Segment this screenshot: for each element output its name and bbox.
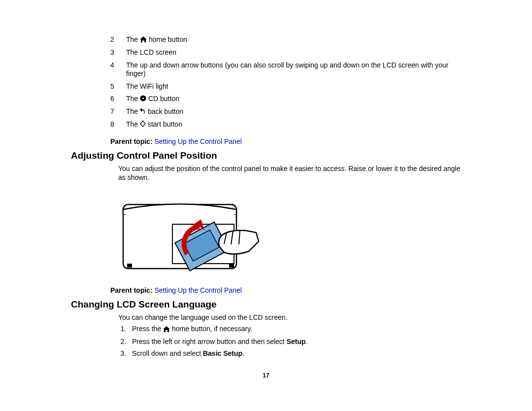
legend-description: The WiFi light: [126, 82, 461, 91]
legend-text: The: [126, 95, 140, 103]
step-item: Press the left or right arrow button and…: [128, 338, 461, 345]
home-icon: [140, 36, 147, 45]
printer-illustration: [118, 190, 261, 278]
step-text: Press the: [132, 325, 163, 333]
legend-row: 3 The LCD screen: [110, 48, 461, 57]
section-heading-adjusting: Adjusting Control Panel Position: [71, 150, 461, 161]
page-number: 17: [71, 372, 461, 379]
legend-text: back button: [146, 107, 183, 115]
step-text: home button, if necessary.: [170, 325, 252, 333]
back-icon: [140, 108, 146, 117]
legend-text: The: [126, 35, 140, 43]
legend-row: 8 The start button: [110, 120, 461, 130]
legend-row: 5 The WiFi light: [110, 82, 461, 91]
legend-number: 8: [110, 120, 126, 130]
legend-text: The up and down arrow buttons (you can a…: [126, 61, 448, 78]
legend-text: The LCD screen: [126, 48, 176, 56]
section-heading-language: Changing LCD Screen Language: [71, 299, 461, 310]
legend-row: 6 The CD button: [110, 95, 461, 103]
step-bold: Setup: [287, 338, 306, 345]
legend-row: 7 The back button: [110, 107, 461, 116]
legend-number: 4: [110, 61, 126, 78]
step-text: Scroll down and select: [132, 349, 203, 357]
legend-description: The up and down arrow buttons (you can a…: [126, 61, 461, 78]
parent-topic-link[interactable]: Setting Up the Control Panel: [154, 137, 241, 145]
legend-text: The WiFi light: [126, 82, 168, 90]
legend-row: 4 The up and down arrow buttons (you can…: [110, 61, 461, 78]
legend-text: home button: [147, 35, 187, 43]
legend-text: The: [126, 107, 140, 115]
step-text: .: [242, 349, 244, 357]
document-page: 2 The home button 3 The LCD screen 4 The…: [0, 0, 532, 399]
start-icon: [140, 120, 146, 130]
legend-row: 2 The home button: [110, 35, 461, 44]
legend-description: The home button: [126, 35, 461, 44]
section-body: You can adjust the position of the contr…: [118, 164, 461, 182]
parent-topic: Parent topic: Setting Up the Control Pan…: [110, 286, 461, 294]
legend-description: The CD button: [126, 95, 461, 103]
svg-rect-3: [127, 264, 132, 268]
svg-point-1: [142, 97, 144, 99]
legend-number: 7: [110, 107, 126, 116]
legend-text: CD button: [146, 95, 179, 103]
section-body: You can change the language used on the …: [118, 313, 461, 322]
legend-description: The LCD screen: [126, 48, 461, 57]
home-icon: [163, 326, 170, 334]
step-bold: Basic Setup: [203, 349, 242, 357]
legend-description: The start button: [126, 120, 461, 130]
step-text: Press the left or right arrow button and…: [132, 338, 287, 345]
legend-text: start button: [146, 120, 182, 128]
parent-topic-label: Parent topic:: [110, 137, 154, 145]
legend-description: The back button: [126, 107, 461, 116]
step-text: .: [306, 338, 308, 345]
step-item: Press the home button, if necessary.: [128, 325, 461, 333]
cd-icon: [140, 95, 146, 104]
legend-list: 2 The home button 3 The LCD screen 4 The…: [110, 35, 461, 130]
parent-topic-label: Parent topic:: [110, 286, 154, 294]
svg-rect-4: [229, 264, 234, 268]
legend-number: 2: [110, 35, 126, 44]
parent-topic-link[interactable]: Setting Up the Control Panel: [154, 286, 241, 294]
step-item: Scroll down and select Basic Setup.: [128, 349, 461, 357]
legend-number: 5: [110, 82, 126, 91]
steps-list: Press the home button, if necessary. Pre…: [118, 325, 461, 357]
legend-number: 3: [110, 48, 126, 57]
legend-text: The: [126, 120, 140, 128]
legend-number: 6: [110, 95, 126, 103]
parent-topic: Parent topic: Setting Up the Control Pan…: [110, 137, 461, 145]
